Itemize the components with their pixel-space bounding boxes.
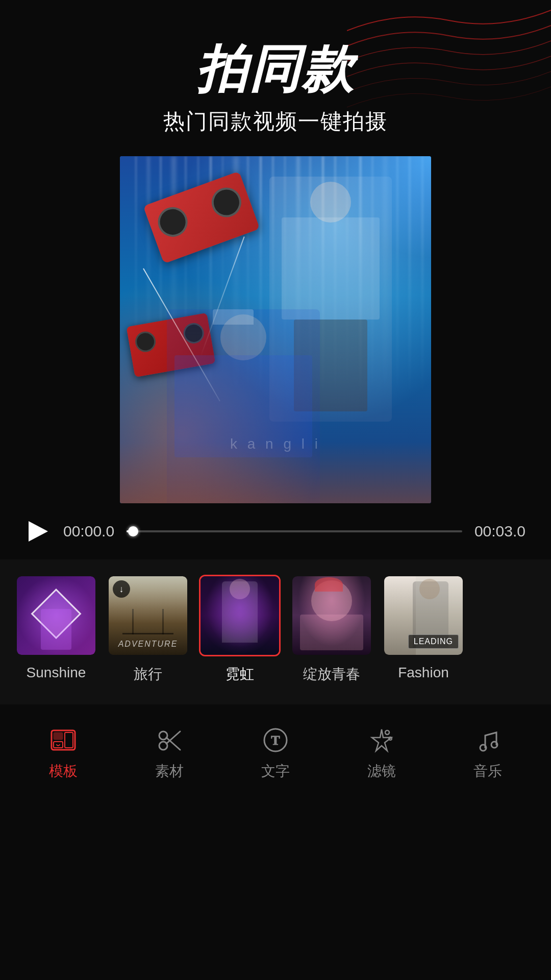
template-sunshine[interactable]: Sunshine [15,575,97,684]
template-thumb-youth [291,575,372,656]
bottom-nav: 模板 素材 T 文字 [0,704,551,812]
play-icon [29,521,48,542]
nav-material[interactable]: 素材 [131,725,208,781]
material-icon [154,725,185,755]
svg-rect-3 [65,732,73,748]
svg-point-10 [385,730,389,734]
svg-line-7 [166,731,180,744]
template-fashion[interactable]: LEADING Fashion [383,575,464,684]
nav-template[interactable]: 模板 [25,725,102,781]
template-label-nihong: 霓虹 [226,665,254,684]
nav-music-label: 音乐 [473,762,502,781]
playback-bar: 00:00.0 00:03.0 [0,503,551,559]
template-youth[interactable]: 绽放青春 [291,575,372,684]
download-icon: ↓ [119,584,124,594]
template-icon [48,725,79,755]
svg-rect-2 [54,742,63,748]
filter-icon [366,725,397,755]
progress-track[interactable] [127,530,462,532]
template-label-fashion: Fashion [398,665,449,681]
template-thumb-sunshine [15,575,97,656]
nav-material-label: 素材 [155,762,184,781]
nav-filter-label: 滤镜 [367,762,396,781]
svg-line-6 [166,738,180,750]
template-label-sunshine: Sunshine [27,665,86,681]
template-label-travel: 旅行 [134,665,162,684]
nav-filter[interactable]: 滤镜 [343,725,420,781]
template-label-youth: 绽放青春 [303,665,360,684]
nav-text[interactable]: T 文字 [237,725,314,781]
svg-rect-1 [54,732,63,740]
nav-template-label: 模板 [49,762,78,781]
template-travel[interactable]: ADVENTURE ↓ 旅行 [107,575,189,684]
video-player[interactable]: k a n g l i [120,156,431,503]
template-thumb-nihong [199,575,281,656]
main-title: 拍同款 [0,41,551,97]
template-thumb-travel: ADVENTURE ↓ [107,575,189,656]
templates-section: Sunshine ADVENTURE ↓ 旅行 [0,559,551,704]
header: 拍同款 热门同款视频一键拍摄 [0,0,551,156]
template-nihong[interactable]: 霓虹 [199,575,281,684]
time-start: 00:00.0 [63,523,114,540]
download-badge: ↓ [113,580,130,598]
time-end: 00:03.0 [474,523,525,540]
subtitle: 热门同款视频一键拍摄 [0,107,551,136]
progress-thumb[interactable] [128,526,138,536]
travel-sublabel: ADVENTURE [109,640,187,649]
leading-badge: LEADING [408,634,459,649]
svg-text:T: T [271,733,280,748]
template-thumb-fashion: LEADING [383,575,464,656]
music-icon [472,725,503,755]
nav-text-label: 文字 [261,762,290,781]
text-icon: T [260,725,291,755]
play-button[interactable] [26,519,51,544]
nav-music[interactable]: 音乐 [449,725,526,781]
templates-scroll: Sunshine ADVENTURE ↓ 旅行 [15,575,536,684]
